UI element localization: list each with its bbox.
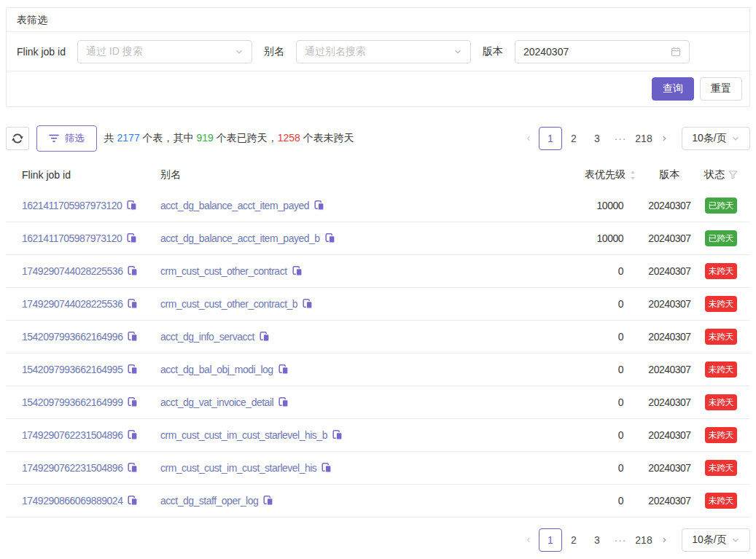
page-number-button[interactable]: 218 (632, 528, 655, 552)
page-number-button[interactable]: 218 (632, 127, 655, 150)
copy-icon[interactable] (263, 496, 273, 506)
alias-link[interactable]: acct_dg_staff_oper_log (160, 495, 258, 507)
version-date-value: 20240307 (523, 46, 671, 58)
col-status[interactable]: 状态 (704, 168, 739, 181)
table-row: 1542097993662164995acct_dg_bal_obj_modi_… (6, 353, 750, 386)
page-number-button[interactable]: 3 (585, 528, 609, 552)
copy-icon[interactable] (260, 332, 270, 342)
filter-panel: 表筛选 Flink job id 通过 ID 搜索 别名 通过别名搜索 版本 2… (6, 7, 750, 107)
col-priority[interactable]: 表优先级 (550, 168, 636, 181)
funnel-icon (728, 171, 738, 179)
status-badge: 未跨天 (705, 427, 738, 443)
alias-label: 别名 (264, 45, 284, 58)
alias-link[interactable]: acct_dg_vat_invoice_detail (160, 396, 273, 408)
copy-icon[interactable] (322, 463, 332, 473)
pagination-top: 123···218 (520, 127, 674, 150)
flink-job-id-link[interactable]: 1749290744028225536 (22, 265, 122, 277)
copy-icon[interactable] (303, 299, 313, 309)
cell-priority: 0 (550, 462, 636, 474)
copy-icon[interactable] (128, 397, 138, 407)
col-version: 版本 (636, 168, 704, 181)
page-next-button[interactable] (655, 127, 674, 150)
sort-icon (630, 171, 636, 180)
page-ellipsis[interactable]: ··· (609, 528, 632, 552)
copy-icon[interactable] (128, 299, 138, 309)
alias-link[interactable]: acct_dg_balance_acct_item_payed_b (160, 232, 320, 244)
alias-link[interactable]: crm_cust_cust_im_cust_starlevel_his (160, 462, 316, 474)
copy-icon[interactable] (325, 233, 335, 243)
flink-job-id-link[interactable]: 1749290762231504896 (22, 462, 122, 474)
copy-icon[interactable] (128, 496, 138, 506)
query-button[interactable]: 查询 (652, 77, 694, 101)
cell-status: 未跨天 (704, 460, 739, 476)
cell-status: 未跨天 (704, 493, 739, 509)
cell-version: 20240307 (636, 396, 704, 408)
status-badge: 未跨天 (705, 460, 738, 476)
flink-job-id-link[interactable]: 1749290866069889024 (22, 495, 122, 507)
copy-icon[interactable] (128, 364, 138, 375)
table-body: 1621411705987973120acct_dg_balance_acct_… (6, 189, 750, 517)
flink-job-id-link[interactable]: 1749290744028225536 (22, 298, 122, 310)
page-next-button[interactable] (655, 528, 674, 552)
alias-link[interactable]: crm_cust_cust_im_cust_starlevel_his_b (160, 429, 327, 441)
copy-icon[interactable] (128, 463, 138, 473)
page-size-select-bottom[interactable]: 10条/页 (682, 528, 750, 552)
table-header: Flink job id 别名 表优先级 版本 状态 (6, 160, 750, 189)
table-row: 1542097993662164996acct_dg_info_servacct… (6, 321, 750, 353)
copy-icon[interactable] (292, 266, 303, 276)
pagination-bottom-row: 123···218 10条/页 (6, 528, 750, 552)
refresh-button[interactable] (6, 127, 29, 150)
chevron-down-icon (453, 47, 462, 56)
cell-version: 20240307 (636, 265, 704, 277)
page-number-button[interactable]: 1 (539, 127, 562, 150)
cell-version: 20240307 (636, 232, 704, 244)
flink-job-id-link[interactable]: 1621411705987973120 (22, 232, 122, 244)
page-number-button[interactable]: 1 (539, 528, 562, 552)
flink-job-id-link[interactable]: 1749290762231504896 (22, 429, 122, 441)
cell-priority: 0 (550, 265, 636, 277)
summary-text: 共 2177 个表，其中 919 个表已跨天，1258 个表未跨天 (104, 132, 354, 145)
copy-icon[interactable] (314, 200, 324, 211)
cell-version: 20240307 (636, 200, 704, 211)
col-alias: 别名 (160, 168, 550, 181)
copy-icon[interactable] (127, 233, 137, 243)
copy-icon[interactable] (332, 430, 343, 440)
cell-flink-job-id: 1749290762231504896 (22, 429, 160, 441)
alias-link[interactable]: acct_dg_bal_obj_modi_log (160, 364, 273, 375)
col-flink-job-id: Flink job id (22, 169, 160, 181)
page-number-button[interactable]: 3 (585, 127, 609, 150)
cell-flink-job-id: 1749290744028225536 (22, 265, 160, 277)
cell-alias: acct_dg_balance_acct_item_payed (160, 200, 550, 211)
alias-link[interactable]: crm_cust_cust_other_contract (160, 265, 287, 277)
flink-job-id-select[interactable]: 通过 ID 搜索 (77, 40, 252, 63)
table-row: 1621411705987973120acct_dg_balance_acct_… (6, 189, 750, 222)
page-number-button[interactable]: 2 (562, 127, 585, 150)
cell-version: 20240307 (636, 495, 704, 507)
flink-job-id-link[interactable]: 1621411705987973120 (22, 200, 122, 211)
page-ellipsis[interactable]: ··· (609, 127, 632, 150)
cell-version: 20240307 (636, 364, 704, 375)
alias-link[interactable]: acct_dg_balance_acct_item_payed (160, 200, 309, 211)
flink-job-id-link[interactable]: 1542097993662164995 (22, 364, 122, 375)
copy-icon[interactable] (278, 397, 289, 407)
cell-alias: crm_cust_cust_other_contract (160, 265, 550, 277)
flink-job-id-link[interactable]: 1542097993662164996 (22, 331, 122, 343)
copy-icon[interactable] (128, 266, 138, 276)
alias-link[interactable]: crm_cust_cust_other_contract_b (160, 298, 297, 310)
version-date-input[interactable]: 20240307 (515, 40, 690, 63)
alias-select[interactable]: 通过别名搜索 (296, 40, 471, 63)
calendar-icon (671, 47, 681, 57)
chevron-down-icon (731, 134, 740, 143)
alias-link[interactable]: acct_dg_info_servacct (160, 331, 254, 343)
flink-job-id-link[interactable]: 1542097993662164999 (22, 396, 122, 408)
copy-icon[interactable] (128, 332, 138, 342)
copy-icon[interactable] (127, 200, 137, 211)
page-number-button[interactable]: 2 (562, 528, 585, 552)
copy-icon[interactable] (278, 364, 289, 375)
page-size-select-top[interactable]: 10条/页 (682, 127, 750, 150)
page-prev-button[interactable] (520, 528, 539, 552)
filter-button[interactable]: 筛选 (36, 125, 97, 152)
copy-icon[interactable] (128, 430, 138, 440)
reset-button[interactable]: 重置 (700, 77, 742, 101)
page-prev-button[interactable] (520, 127, 539, 150)
